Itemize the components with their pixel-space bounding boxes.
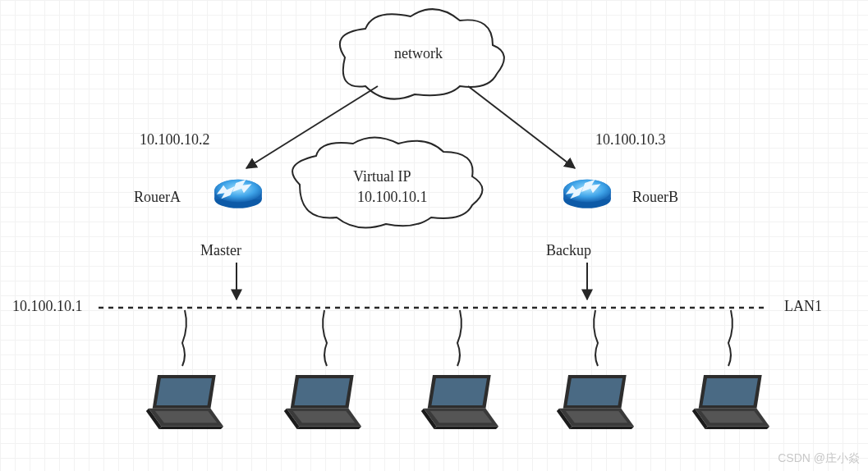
svg-marker-41 bbox=[702, 378, 758, 405]
router-a-role: Master bbox=[200, 242, 241, 259]
virtual-ip-value: 10.100.10.1 bbox=[357, 189, 428, 206]
virtual-ip-title: Virtual IP bbox=[353, 168, 411, 185]
router-b-role: Backup bbox=[546, 242, 591, 259]
svg-marker-29 bbox=[431, 378, 487, 405]
watermark: CSDN @庄小焱 bbox=[778, 451, 860, 466]
svg-marker-38 bbox=[570, 427, 635, 429]
router-a-ip: 10.100.10.2 bbox=[140, 131, 210, 149]
router-b-icon bbox=[558, 168, 616, 213]
network-cloud-label: network bbox=[394, 45, 443, 62]
laptop-3 bbox=[415, 369, 505, 435]
router-b-name: RouerB bbox=[632, 189, 678, 206]
laptop-4 bbox=[550, 369, 641, 435]
router-a-icon bbox=[209, 168, 267, 213]
lan-left-ip: 10.100.10.1 bbox=[12, 298, 83, 315]
svg-marker-26 bbox=[297, 427, 362, 429]
svg-marker-33 bbox=[430, 411, 492, 423]
svg-marker-44 bbox=[705, 427, 770, 429]
svg-marker-45 bbox=[701, 411, 763, 423]
svg-marker-20 bbox=[159, 427, 224, 429]
svg-marker-17 bbox=[156, 378, 212, 405]
router-b-ip: 10.100.10.3 bbox=[595, 131, 666, 149]
router-a-name: RouerA bbox=[134, 189, 181, 206]
svg-line-1 bbox=[468, 86, 575, 168]
laptop-2 bbox=[278, 369, 368, 435]
svg-marker-27 bbox=[293, 411, 355, 423]
svg-marker-39 bbox=[566, 411, 627, 423]
svg-marker-23 bbox=[294, 378, 350, 405]
svg-line-0 bbox=[246, 86, 378, 168]
laptop-5 bbox=[686, 369, 776, 435]
laptop-1 bbox=[140, 369, 230, 435]
svg-marker-32 bbox=[434, 427, 499, 429]
svg-marker-21 bbox=[155, 411, 217, 423]
svg-marker-35 bbox=[567, 378, 622, 405]
lan-name: LAN1 bbox=[784, 298, 822, 315]
